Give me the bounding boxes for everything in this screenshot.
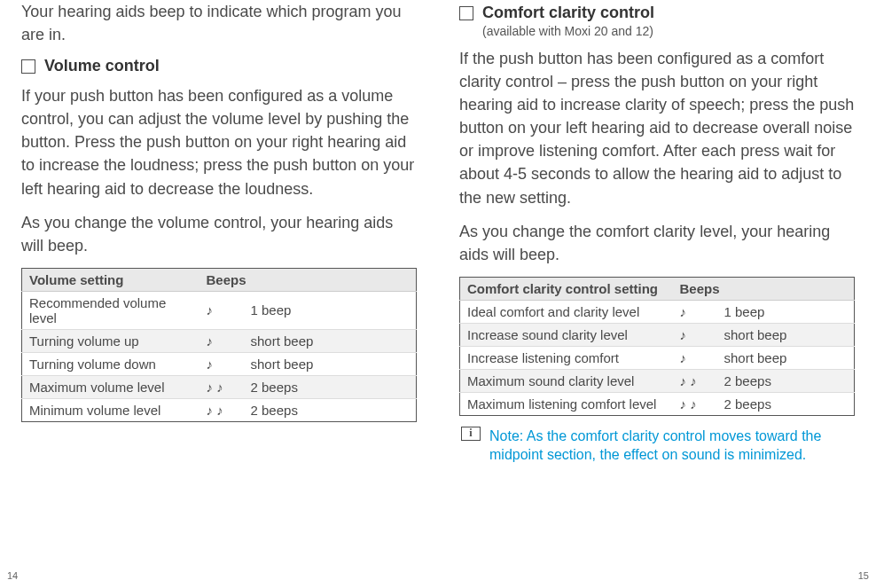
left-page: Your hearing aids beep to indicate which… (0, 0, 438, 588)
note-icon: ♪ ♪ (673, 369, 717, 392)
note-icon: ♪ (199, 352, 244, 375)
note-icon: ♪ ♪ (673, 392, 717, 415)
beeps-cell: short beep (717, 323, 855, 346)
volume-control-heading-row: Volume control (21, 57, 417, 75)
beeps-cell: short beep (244, 329, 417, 352)
volume-table: Volume setting Beeps Recommended volume … (21, 268, 417, 422)
table-row: Ideal comfort and clarity level ♪ 1 beep (460, 300, 855, 323)
note-icon: ♪ (673, 300, 717, 323)
comfort-paragraph-1: If the push button has been configured a… (459, 47, 855, 209)
checkbox-icon (459, 6, 473, 20)
setting-cell: Recommended volume level (22, 291, 199, 329)
table-row: Maximum volume level ♪ ♪ 2 beeps (22, 375, 417, 398)
table-row: Turning volume up ♪ short beep (22, 329, 417, 352)
comfort-paragraph-2: As you change the comfort clarity level,… (459, 220, 855, 266)
col-header-setting: Volume setting (22, 268, 199, 291)
comfort-heading: Comfort clarity control (482, 4, 654, 22)
table-header-row: Volume setting Beeps (22, 268, 417, 291)
volume-paragraph-2: As you change the volume control, your h… (21, 211, 417, 257)
beeps-cell: 1 beep (717, 300, 855, 323)
volume-control-heading: Volume control (44, 57, 160, 75)
setting-cell: Maximum sound clarity level (460, 369, 673, 392)
setting-cell: Turning volume down (22, 352, 199, 375)
table-row: Increase sound clarity level ♪ short bee… (460, 323, 855, 346)
beeps-cell: 2 beeps (717, 369, 855, 392)
table-row: Minimum volume level ♪ ♪ 2 beeps (22, 398, 417, 421)
beeps-cell: 1 beep (244, 291, 417, 329)
note-icon: ♪ (673, 323, 717, 346)
note-icon: ♪ (199, 291, 244, 329)
info-icon: i (461, 427, 481, 441)
table-row: Maximum sound clarity level ♪ ♪ 2 beeps (460, 369, 855, 392)
comfort-table: Comfort clarity control setting Beeps Id… (459, 277, 855, 416)
note-row: i Note: As the comfort clarity control m… (459, 427, 855, 465)
table-header-row: Comfort clarity control setting Beeps (460, 277, 855, 300)
table-row: Recommended volume level ♪ 1 beep (22, 291, 417, 329)
setting-cell: Maximum volume level (22, 375, 199, 398)
checkbox-icon (21, 59, 35, 74)
note-icon: ♪ ♪ (199, 398, 244, 421)
col-header-beeps: Beeps (199, 268, 417, 291)
table-row: Increase listening comfort ♪ short beep (460, 346, 855, 369)
setting-cell: Minimum volume level (22, 398, 199, 421)
note-text: Note: As the comfort clarity control mov… (489, 427, 855, 465)
col-header-beeps: Beeps (673, 277, 855, 300)
table-row: Turning volume down ♪ short beep (22, 352, 417, 375)
note-icon: ♪ (673, 346, 717, 369)
volume-paragraph-1: If your push button has been configured … (21, 84, 417, 200)
page-number-right: 15 (858, 570, 869, 581)
setting-cell: Ideal comfort and clarity level (460, 300, 673, 323)
note-icon: ♪ ♪ (199, 375, 244, 398)
setting-cell: Turning volume up (22, 329, 199, 352)
right-page: Comfort clarity control (available with … (438, 0, 876, 588)
beeps-cell: 2 beeps (244, 375, 417, 398)
page-number-left: 14 (7, 570, 18, 581)
beeps-cell: short beep (717, 346, 855, 369)
beeps-cell: 2 beeps (717, 392, 855, 415)
setting-cell: Increase listening comfort (460, 346, 673, 369)
setting-cell: Increase sound clarity level (460, 323, 673, 346)
beeps-cell: 2 beeps (244, 398, 417, 421)
comfort-heading-row: Comfort clarity control (459, 4, 855, 22)
col-header-setting: Comfort clarity control setting (460, 277, 673, 300)
comfort-subheading: (available with Moxi 20 and 12) (482, 24, 855, 38)
intro-paragraph: Your hearing aids beep to indicate which… (21, 0, 417, 46)
setting-cell: Maximum listening comfort level (460, 392, 673, 415)
table-row: Maximum listening comfort level ♪ ♪ 2 be… (460, 392, 855, 415)
beeps-cell: short beep (244, 352, 417, 375)
note-icon: ♪ (199, 329, 244, 352)
